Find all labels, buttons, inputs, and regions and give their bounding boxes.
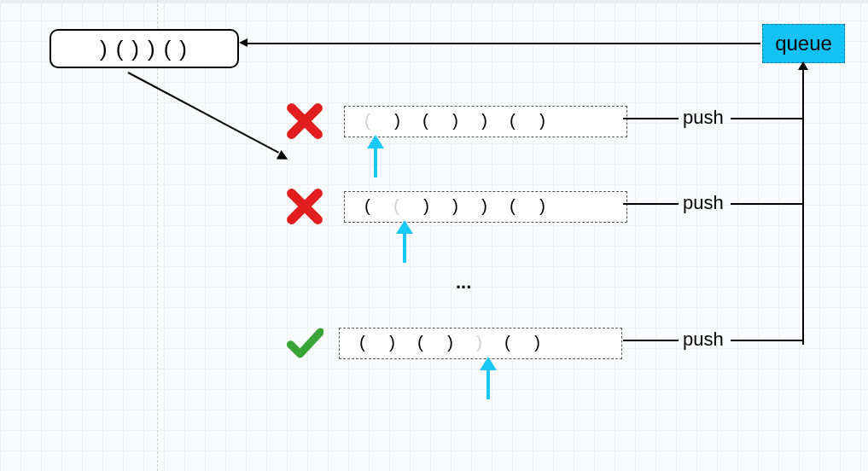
cross-icon (286, 188, 323, 225)
char: ) (377, 334, 406, 353)
char: ( (411, 112, 440, 131)
char: ) (527, 197, 556, 217)
push-connector (623, 203, 679, 205)
vertical-guide (157, 0, 158, 471)
push-connector (731, 203, 804, 205)
char: ) (522, 334, 551, 353)
char: ( (353, 197, 382, 217)
char: ) (382, 112, 411, 131)
ellipsis: ... (456, 271, 471, 294)
char: ( (498, 197, 527, 217)
check-icon (286, 324, 323, 362)
pointer-arrow-icon (478, 357, 498, 401)
pointer-arrow-icon (365, 135, 386, 179)
cross-icon (286, 102, 323, 140)
arrow-queue-to-source-line (243, 43, 760, 44)
queue-box: queue (762, 24, 845, 63)
char-inserted: ) (464, 334, 493, 353)
source-sequence-box: ) ( ) ) ( ) (50, 29, 239, 68)
char: ( (160, 36, 177, 62)
push-connector (623, 340, 679, 341)
pointer-arrow-icon (394, 220, 415, 265)
char: ( (348, 334, 377, 353)
char: ( (498, 112, 527, 131)
arrow-queue-to-source-head (239, 38, 248, 47)
char: ) (144, 36, 160, 62)
char: ) (527, 112, 556, 131)
push-bus-arrowhead (798, 61, 808, 70)
char: ( (493, 334, 522, 353)
push-connector (731, 118, 804, 119)
attempt-row-3: ( ) ( ) ) ( ) (286, 324, 622, 362)
char: ) (96, 36, 113, 62)
char: ) (440, 197, 469, 217)
char: ) (469, 197, 498, 217)
attempt-row-2: ( ( ) ) ) ( ) (286, 188, 627, 225)
char: ) (128, 36, 144, 62)
char-inserted: ( (353, 112, 382, 131)
push-label: push (683, 329, 724, 351)
push-label: push (683, 107, 724, 129)
char: ( (406, 334, 435, 353)
queue-label: queue (775, 32, 832, 55)
grid-background (0, 0, 868, 471)
char: ) (411, 197, 440, 217)
push-connector (731, 340, 804, 341)
char: ( (113, 36, 129, 62)
char-inserted: ( (382, 197, 411, 217)
attempt-sequence-box: ( ) ( ) ) ( ) (344, 106, 627, 137)
attempt-sequence-box: ( ( ) ) ) ( ) (344, 191, 627, 223)
push-connector (623, 118, 679, 119)
top-bar (0, 0, 868, 3)
char: ) (176, 36, 192, 62)
attempt-sequence-box: ( ) ( ) ) ( ) (339, 328, 622, 359)
attempt-row-1: ( ) ( ) ) ( ) (286, 102, 627, 140)
push-label: push (683, 192, 724, 214)
char: ) (440, 112, 469, 131)
char: ) (435, 334, 464, 353)
char: ) (469, 112, 498, 131)
